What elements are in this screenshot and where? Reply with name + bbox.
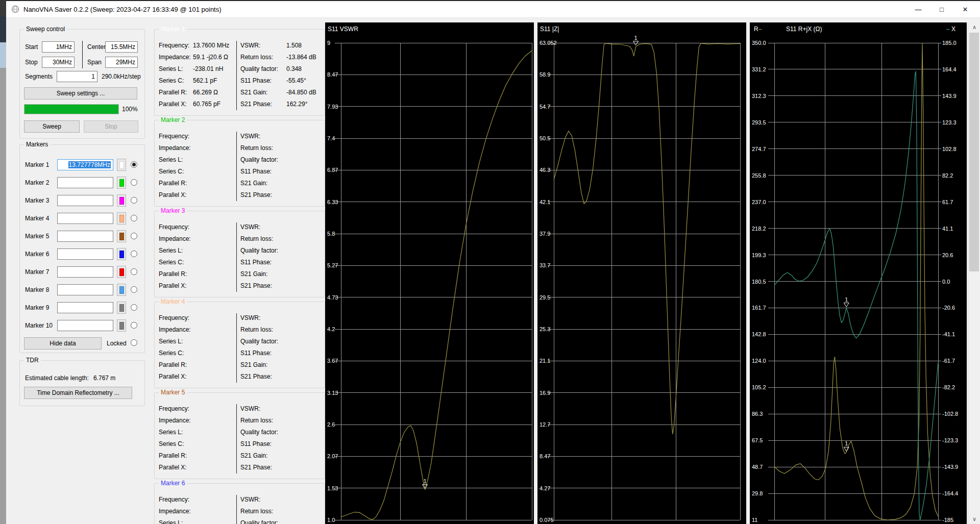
marker-select-radio[interactable] xyxy=(131,233,137,239)
field-label: Series L: xyxy=(159,65,183,72)
marker-select-radio[interactable] xyxy=(131,161,137,168)
legend-right: – X xyxy=(946,26,955,33)
scroll-up-icon[interactable]: ∧ xyxy=(968,22,980,32)
sweep-settings-button[interactable]: Sweep settings ... xyxy=(24,87,137,99)
y-axis-tick-label: 237.0 xyxy=(752,198,766,206)
screen: NanoVNA Saver 0.2.2 (Sweep: 2023-04-27 1… xyxy=(0,0,980,524)
scrollbar[interactable]: ∧ ∨ xyxy=(968,22,980,524)
chart-1-plot[interactable]: 1 xyxy=(325,22,534,524)
marker-color-swatch[interactable] xyxy=(117,159,126,171)
marker-frequency-input[interactable] xyxy=(57,195,113,206)
marker-select-radio[interactable] xyxy=(131,286,137,293)
chart-marker-label: 1 xyxy=(423,478,426,484)
segments-label: Segments xyxy=(25,73,53,80)
divider xyxy=(236,222,237,292)
marker-frequency-input[interactable]: 13.727778MHz xyxy=(57,159,113,170)
marker-select-radio[interactable] xyxy=(131,304,137,311)
marker-select-radio[interactable] xyxy=(131,322,137,329)
marker-color-swatch[interactable] xyxy=(117,302,126,314)
close-button[interactable]: ✕ xyxy=(953,1,977,17)
marker-data-box-title: Marker 4 xyxy=(159,298,187,306)
field-label: Series L: xyxy=(159,429,183,436)
field-label: Parallel X: xyxy=(159,282,187,289)
y-axis-right-tick-label: -164.4 xyxy=(942,490,958,497)
y-axis-tick-label: 1.53 xyxy=(327,485,338,492)
y-axis-tick-label: 274.7 xyxy=(752,145,766,153)
stop-input[interactable]: 30MHz xyxy=(42,57,75,68)
marker-color-swatch[interactable] xyxy=(117,248,126,260)
marker-color-swatch[interactable] xyxy=(117,230,126,242)
marker-color-swatch[interactable] xyxy=(117,319,126,332)
chart-3-plot[interactable]: 11 xyxy=(750,22,967,524)
marker-color-swatch[interactable] xyxy=(117,212,126,224)
background-window-edge xyxy=(0,42,6,68)
y-axis-right-tick-label: 123.3 xyxy=(942,119,957,126)
y-axis-tick-label: 293.5 xyxy=(752,119,766,126)
marker-frequency-input[interactable] xyxy=(57,213,113,224)
field-label: Quality factor: xyxy=(240,156,278,163)
marker-frequency-input[interactable] xyxy=(57,266,113,278)
legend-left-dash-icon: – xyxy=(758,26,762,33)
y-axis-tick-label: 42.1 xyxy=(540,198,550,206)
y-axis-right-tick-label: 0.0 xyxy=(942,278,950,285)
marker-color xyxy=(119,233,124,240)
minimize-button[interactable]: — xyxy=(906,1,930,17)
marker-frequency-input[interactable] xyxy=(57,231,113,242)
marker-color-swatch[interactable] xyxy=(117,284,126,296)
y-axis-tick-label: 37.9 xyxy=(540,230,550,237)
marker-row-label: Marker 5 xyxy=(25,233,49,240)
app-icon xyxy=(11,5,19,13)
hide-data-button[interactable]: Hide data xyxy=(24,337,102,350)
trace-z xyxy=(554,43,740,434)
marker-frequency-input[interactable] xyxy=(57,177,113,188)
y-axis-tick-label: 3.13 xyxy=(327,389,338,396)
marker-color-swatch[interactable] xyxy=(117,177,126,189)
marker-frequency-input[interactable] xyxy=(57,320,113,331)
segments-input[interactable]: 1 xyxy=(57,71,97,82)
maximize-button[interactable]: □ xyxy=(930,1,953,17)
center-input[interactable]: 15.5MHz xyxy=(105,41,138,53)
field-label: Return loss: xyxy=(240,508,273,515)
field-label: S11 Phase: xyxy=(240,259,272,266)
field-label: Quality factor: xyxy=(240,429,278,436)
chart-marker-icon xyxy=(844,303,849,307)
marker-select-radio[interactable] xyxy=(131,179,137,186)
marker-color-swatch[interactable] xyxy=(117,266,126,278)
divider xyxy=(236,313,237,383)
scroll-down-icon[interactable]: ∨ xyxy=(968,514,980,524)
chart-2-plot[interactable]: 1 xyxy=(537,22,746,524)
marker-frequency-input[interactable] xyxy=(57,284,113,295)
scrollbar-thumb[interactable] xyxy=(969,33,979,271)
span-input[interactable]: 29MHz xyxy=(105,57,138,68)
markers-title: Markers xyxy=(24,141,50,148)
chart-title: S11 |Z| xyxy=(540,26,559,33)
stop-button[interactable]: Stop xyxy=(84,120,138,133)
field-label: S11 Phase: xyxy=(240,77,272,84)
step-size-text: 290.0kHz/step xyxy=(102,73,141,80)
marker-color-swatch[interactable] xyxy=(117,194,126,207)
field-label: S11 Phase: xyxy=(240,350,272,357)
field-label: S11 Phase: xyxy=(240,440,272,447)
cable-length-label: Estimated cable length: xyxy=(25,375,89,382)
y-axis-tick-label: 350.0 xyxy=(752,39,766,46)
marker-color xyxy=(119,251,124,258)
progress-fill xyxy=(24,105,118,114)
sweep-button[interactable]: Sweep xyxy=(24,120,80,133)
marker-frequency-input[interactable] xyxy=(57,248,113,260)
marker-frequency-input[interactable] xyxy=(57,302,113,313)
marker-select-radio[interactable] xyxy=(131,251,137,257)
marker-select-radio[interactable] xyxy=(131,215,137,221)
field-label: S21 Gain: xyxy=(240,89,267,96)
progress-percent: 100% xyxy=(122,106,138,113)
locked-radio[interactable] xyxy=(131,339,137,346)
chart-title: S11 VSWR xyxy=(328,26,358,33)
field-label: Quality factor: xyxy=(240,247,278,254)
center-label: Center xyxy=(87,43,106,51)
legend-left-name: R xyxy=(754,26,758,33)
tdr-button[interactable]: Time Domain Reflectometry ... xyxy=(24,387,132,399)
marker-select-radio[interactable] xyxy=(131,268,137,275)
marker-select-radio[interactable] xyxy=(131,197,137,204)
start-input[interactable]: 1MHz xyxy=(42,41,75,53)
field-label: S21 Phase: xyxy=(240,464,272,471)
field-label: Impedance: xyxy=(159,54,191,61)
